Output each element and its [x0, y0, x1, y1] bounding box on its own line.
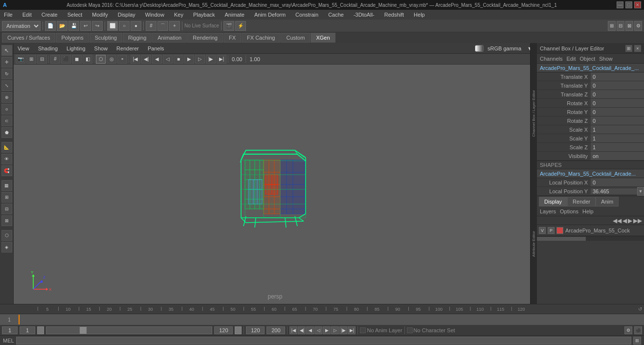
- tab-animation[interactable]: Animation: [152, 33, 187, 43]
- transport-next-key-btn[interactable]: |▶: [339, 326, 347, 334]
- move-tool-btn[interactable]: ✛: [1, 57, 12, 68]
- rotate-tool-btn[interactable]: ↻: [1, 69, 12, 79]
- menu-key[interactable]: Key: [172, 11, 185, 19]
- vp-stop-btn[interactable]: ■: [174, 55, 183, 64]
- panel-float-btn[interactable]: ⊞: [625, 45, 632, 52]
- menu-cache[interactable]: Cache: [326, 11, 346, 19]
- camera-btn[interactable]: 📷: [16, 55, 25, 64]
- render-tab[interactable]: Render: [567, 197, 596, 207]
- vp-menu-view[interactable]: View: [16, 45, 31, 52]
- close-button[interactable]: ✕: [634, 1, 641, 8]
- menu-anim-deform[interactable]: Anim Deform: [252, 11, 288, 19]
- end-frame-input[interactable]: [214, 326, 233, 334]
- tab-rigging[interactable]: Rigging: [123, 33, 152, 43]
- snap-point-btn[interactable]: +: [169, 21, 180, 31]
- menu-constrain[interactable]: Constrain: [293, 11, 320, 19]
- menu-redshift[interactable]: Redshift: [382, 11, 406, 19]
- attr-translate-x-value[interactable]: 0: [591, 72, 644, 81]
- ch-edit-btn[interactable]: Edit: [566, 56, 576, 62]
- attr-local-pos-y-value[interactable]: 36.465: [591, 188, 637, 194]
- tab-xgen[interactable]: XGen: [311, 33, 335, 43]
- menu-edit[interactable]: Edit: [21, 11, 34, 19]
- menu-animate[interactable]: Animate: [223, 11, 246, 19]
- save-btn[interactable]: 💾: [68, 21, 79, 31]
- lasso-btn[interactable]: ○: [119, 21, 130, 31]
- transport-play-back-btn[interactable]: ◁: [314, 326, 322, 334]
- layers-btn[interactable]: Layers: [540, 208, 556, 214]
- transport-prev-key-btn[interactable]: ◀|: [298, 326, 306, 334]
- menu-file[interactable]: File: [2, 11, 15, 19]
- smooth-shade-btn[interactable]: ◼: [72, 55, 82, 64]
- layer-arrow-right-right[interactable]: ▶▶: [633, 217, 642, 224]
- attr-scale-y-value[interactable]: 1: [591, 134, 644, 142]
- menu-help[interactable]: Help: [412, 11, 427, 19]
- frame-slider-handle[interactable]: [37, 326, 44, 334]
- anim-tab[interactable]: Anim: [596, 197, 619, 207]
- menu-modify[interactable]: Modify: [90, 11, 110, 19]
- select-tool-btn[interactable]: ↖: [1, 45, 12, 56]
- vp-menu-panels[interactable]: Panels: [146, 45, 166, 52]
- attr-visibility-value[interactable]: on: [591, 152, 644, 160]
- paint-sel-btn[interactable]: ⬟: [1, 127, 12, 138]
- render-btn[interactable]: 🎬: [223, 21, 234, 31]
- film-gate-btn[interactable]: ⊞: [26, 55, 36, 64]
- workspace-dropdown[interactable]: Animation: [2, 21, 41, 31]
- menu-display[interactable]: Display: [116, 11, 137, 19]
- grid-btn[interactable]: #: [50, 55, 60, 64]
- tab-fx-caching[interactable]: FX Caching: [242, 33, 280, 43]
- grid-view-btn[interactable]: ⊞: [608, 21, 616, 31]
- frame-slider[interactable]: [46, 326, 212, 334]
- attr-expand-btn[interactable]: ▼: [637, 187, 644, 196]
- tab-fx[interactable]: FX: [223, 33, 241, 43]
- viewport-content[interactable]: persp X Y Z: [14, 65, 536, 304]
- render-view-btn[interactable]: ◈: [1, 242, 12, 253]
- attr-translate-z-value[interactable]: 0: [591, 90, 644, 98]
- hide-sel-btn[interactable]: 👁: [1, 154, 12, 164]
- vp-next-key-btn[interactable]: |▶: [206, 55, 216, 64]
- layer-arrow-left-left[interactable]: ◀◀: [613, 217, 622, 224]
- vp-play-back-btn[interactable]: ◁: [163, 55, 173, 64]
- current-frame-input[interactable]: [20, 326, 35, 334]
- layers-options-btn[interactable]: Options: [560, 208, 578, 214]
- attr-rotate-x-value[interactable]: 0: [591, 99, 644, 107]
- undo-btn[interactable]: ↩: [80, 21, 91, 31]
- command-input[interactable]: [16, 337, 631, 345]
- minimize-button[interactable]: —: [617, 1, 623, 8]
- soft-mod-btn[interactable]: ⌾: [1, 104, 12, 115]
- tab-polygons[interactable]: Polygons: [56, 33, 89, 43]
- layer-color-swatch[interactable]: [556, 227, 563, 234]
- tab-custom[interactable]: Custom: [281, 33, 311, 43]
- attr-local-pos-x-value[interactable]: 0: [591, 178, 644, 186]
- settings-btn[interactable]: ⚙: [634, 21, 642, 31]
- tab-rendering[interactable]: Rendering: [187, 33, 223, 43]
- vp-frame-start-btn[interactable]: |◀: [131, 55, 140, 64]
- menu-window[interactable]: Window: [143, 11, 166, 19]
- vp-menu-shading[interactable]: Shading: [36, 45, 60, 52]
- layers-help-btn[interactable]: Help: [582, 208, 594, 214]
- snap-align-btn[interactable]: ⊞: [1, 192, 12, 203]
- four-view-btn[interactable]: ⊟: [617, 21, 624, 31]
- snap-grid-btn[interactable]: #: [146, 21, 156, 31]
- snap-magnet-btn[interactable]: 🧲: [1, 165, 12, 176]
- layer-playback-toggle[interactable]: P: [548, 227, 555, 234]
- preferences-btn[interactable]: ⚙: [624, 326, 632, 334]
- quick-layout-btn[interactable]: ⊟: [1, 204, 12, 214]
- universal-manip-btn[interactable]: ⊕: [1, 92, 12, 103]
- panel-close-btn[interactable]: ×: [634, 45, 641, 52]
- flat-shade-btn[interactable]: ◧: [83, 55, 92, 64]
- show-manip-btn[interactable]: 📐: [1, 142, 12, 153]
- vp-prev-frame-btn[interactable]: ◀: [152, 55, 162, 64]
- vp-frame-end-btn[interactable]: ▶|: [217, 55, 226, 64]
- vp-prev-key-btn[interactable]: ◀|: [141, 55, 151, 64]
- playback-max-input[interactable]: [266, 326, 285, 334]
- attr-translate-y-value[interactable]: 0: [591, 81, 644, 90]
- layer-arrow-right[interactable]: ▶: [628, 217, 632, 224]
- layout-btn[interactable]: ⊠: [625, 21, 633, 31]
- component-editor-btn[interactable]: ⊠: [1, 215, 12, 226]
- open-btn[interactable]: 📂: [57, 21, 67, 31]
- scrub-area[interactable]: [19, 315, 644, 324]
- layer-arrow-left[interactable]: ◀: [622, 217, 627, 224]
- transport-next-frame-btn[interactable]: ▷: [331, 326, 339, 334]
- xray-btn[interactable]: ◎: [107, 55, 116, 64]
- slider-end-handle[interactable]: [235, 326, 242, 334]
